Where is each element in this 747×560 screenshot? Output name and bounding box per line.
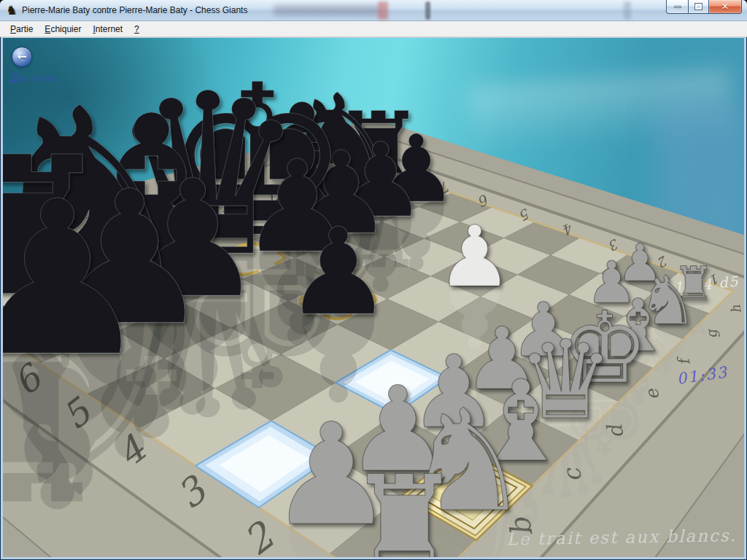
app-window: ♞ Pierre-Marie Baty contre Pierre-Marie … [0, 0, 747, 560]
menu-item-internet[interactable]: Internet [87, 22, 128, 36]
titlebar-glass-reflection [425, 1, 430, 20]
titlebar-glass-reflection [378, 1, 388, 20]
back-arrow-icon: ← [17, 51, 26, 63]
menu-item-partie[interactable]: Partie [4, 22, 39, 36]
white-pawn-f4[interactable]: ♟ [437, 207, 513, 306]
white-rook-a1[interactable]: ♜ [345, 447, 463, 557]
game-state-label[interactable]: En cours [10, 71, 56, 83]
back-button[interactable]: ← [12, 47, 32, 67]
minimize-icon [674, 6, 681, 8]
black-pawn-a7[interactable]: ♟ [3, 155, 152, 403]
titlebar-glass-reflection [274, 5, 379, 16]
game-viewport: 1122334455667788aabbccddeeffgghh1. f4 d5… [3, 38, 744, 557]
menu-item-echiquier[interactable]: Echiquier [39, 22, 87, 36]
chessboard-3d-scene[interactable]: 1122334455667788aabbccddeeffgghh1. f4 d5… [3, 38, 744, 557]
window-controls: ✕ [666, 0, 742, 14]
menubar: PartieEchiquierInternet? [0, 21, 747, 37]
window-title: Pierre-Marie Baty contre Pierre-Marie Ba… [22, 5, 247, 15]
minimize-button[interactable] [666, 0, 688, 14]
app-icon: ♞ [6, 3, 17, 18]
titlebar-glass-reflection [624, 1, 631, 20]
titlebar[interactable]: ♞ Pierre-Marie Baty contre Pierre-Marie … [0, 0, 747, 21]
close-icon: ✕ [721, 1, 729, 12]
restore-button[interactable] [688, 0, 708, 14]
close-button[interactable]: ✕ [708, 0, 742, 14]
menu-item-?[interactable]: ? [128, 22, 145, 36]
restore-icon [695, 4, 702, 9]
black-pawn-d5[interactable]: ♟ [285, 202, 392, 342]
